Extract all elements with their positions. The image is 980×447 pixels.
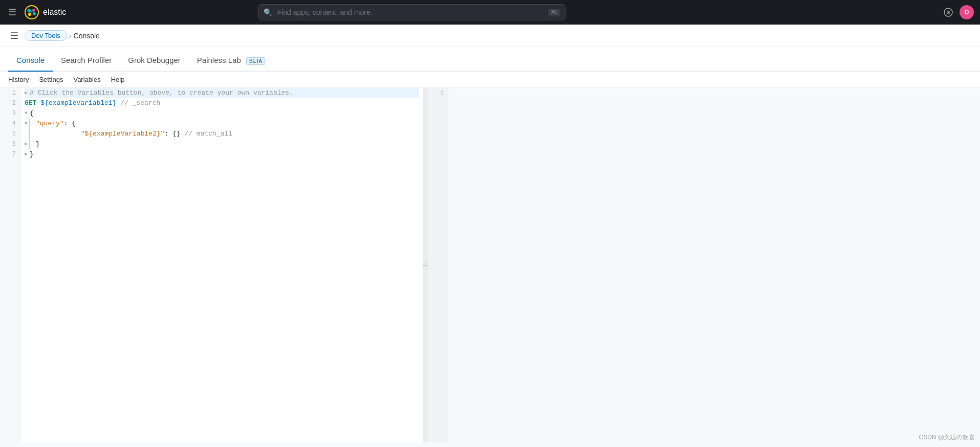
line7-brace: } [30,149,34,160]
tab-bar: Console Search Profiler Grok Debugger Pa… [0,47,980,72]
variables-button[interactable]: Variables [73,76,100,83]
tab-search-profiler[interactable]: Search Profiler [53,50,120,72]
code-line-5: "${exampleVariable2}": {} // match_all [25,129,419,139]
svg-point-1 [28,9,31,13]
breadcrumb-separator: › [69,32,72,40]
result-empty-area [448,88,980,442]
svg-point-3 [33,12,36,15]
breadcrumb: ☰ Dev Tools › Console [0,25,980,47]
line2-var: ${exampleVariable1} [40,98,116,108]
elastic-logo: elastic [25,5,66,19]
editor-content: 1 2 3 4 5 6 7 ▶ # Click the Variables bu… [0,88,423,442]
result-line-numbers: 1 [428,88,448,442]
divider-handle[interactable]: || [423,88,427,442]
global-search-input[interactable] [258,4,565,20]
code-lines[interactable]: ▶ # Click the Variables button, above, t… [20,88,423,442]
editor-pane[interactable]: 1 2 3 4 5 6 7 ▶ # Click the Variables bu… [0,88,423,442]
global-search-bar: 🔍 ⌘/ [258,4,565,20]
settings-button[interactable]: Settings [39,76,63,83]
result-content: 1 [428,88,980,442]
line2-comment: // _search [116,98,160,108]
code-line-7: ▶ } [25,149,419,160]
history-button[interactable]: History [8,76,29,83]
editor-area: 1 2 3 4 5 6 7 ▶ # Click the Variables bu… [0,88,980,442]
elastic-logo-text: elastic [43,8,66,17]
notification-icon: ⚙ [943,7,953,17]
line2-method: GET [25,98,40,108]
gutter-arrow-6: ▶ [25,139,28,149]
line-numbers: 1 2 3 4 5 6 7 [0,88,20,442]
tab-painless-lab[interactable]: Painless Lab BETA [189,50,273,72]
line5-string: "${exampleVariable2}" [81,130,165,138]
breadcrumb-item: Dev Tools › Console [25,30,100,41]
hamburger-button[interactable]: ☰ [6,5,18,20]
notification-button[interactable]: ⚙ [943,7,953,17]
gutter-arrow-3: ▼ [25,108,28,119]
code-line-3: ▼ { [25,108,419,119]
line1-comment: # Click the Variables button, above, to … [30,88,293,98]
gutter-arrow-7: ▶ [25,149,28,160]
breadcrumb-dev-tools[interactable]: Dev Tools [25,30,67,41]
top-nav: ☰ elastic 🔍 ⌘/ ⚙ D [0,0,980,25]
beta-badge: BETA [246,57,265,65]
watermark: CSDN @久违の欢喜 [919,433,975,442]
breadcrumb-current: Console [74,32,100,40]
sidebar-toggle-button[interactable]: ☰ [8,28,20,43]
svg-point-4 [28,13,31,16]
result-pane: 1 [427,88,980,442]
svg-point-5 [31,11,33,13]
code-line-2: GET ${exampleVariable1} // _search [25,98,419,108]
line6-brace: } [36,139,40,149]
code-line-1: ▶ # Click the Variables button, above, t… [25,88,419,98]
svg-point-2 [32,9,35,12]
search-shortcut: ⌘/ [548,9,560,16]
tab-grok-debugger[interactable]: Grok Debugger [120,50,189,72]
tab-console[interactable]: Console [8,50,53,72]
svg-text:⚙: ⚙ [946,10,950,15]
top-nav-right: ⚙ D [943,5,974,19]
gutter-arrow-1: ▶ [25,88,28,98]
toolbar: History Settings Variables Help [0,72,980,88]
gutter-arrow-4: ▼ [25,119,28,129]
result-line-1: 1 [432,88,444,98]
line3-brace: { [30,108,34,119]
elastic-logo-svg [25,5,39,19]
help-button[interactable]: Help [111,76,125,83]
user-avatar[interactable]: D [960,5,974,19]
search-icon: 🔍 [264,8,272,16]
